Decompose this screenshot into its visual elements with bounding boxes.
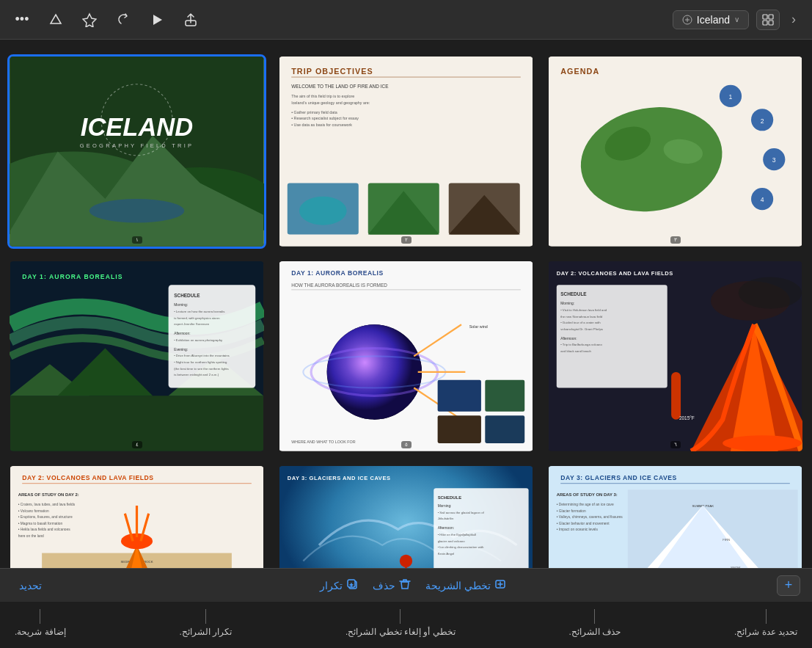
slides-grid: ICELAND GEOGRAPHY FIELD TRIP ١ TRIP OBJE… [0, 40, 812, 568]
svg-text:2: 2 [761, 117, 764, 125]
svg-text:3: 3 [772, 156, 776, 164]
shapes-icon [48, 12, 63, 27]
share-button[interactable] [180, 10, 201, 30]
annotation-skip: تخطي أو إلغاء تخطي الشرائح. [345, 609, 456, 637]
redo-button[interactable] [113, 10, 133, 30]
slide-wrapper-9[interactable]: DAY 3: GLACIERS AND ICE CAVES AREAS OF S… [546, 464, 805, 569]
slide-number-6: ٦ [670, 441, 681, 448]
svg-rect-4 [769, 15, 773, 19]
svg-text:• Visit to Holuhraun lava fiel: • Visit to Holuhraun lava field and [560, 308, 607, 312]
svg-rect-73 [485, 379, 524, 411]
svg-text:DAY 3: GLACIERS AND ICE CAVES: DAY 3: GLACIERS AND ICE CAVES [560, 474, 677, 481]
annotations-area: تحديد عدة شرائح. حذف الشرائح. تخطي أو إل… [0, 602, 812, 648]
duplicate-button[interactable]: تكرار [312, 575, 365, 596]
slide-card-3[interactable]: AGENDA 1 2 3 4 [546, 54, 805, 249]
slide-wrapper-8[interactable]: DAY 3: GLACIERS AND ICE CAVES SCHEDULE M… [277, 464, 535, 569]
svg-text:Evening:: Evening: [174, 348, 188, 352]
slide-wrapper-2[interactable]: TRIP OBJECTIVES WELCOME TO THE LAND OF F… [277, 54, 535, 249]
svg-text:• Trip to Barðarbunga volcano: • Trip to Barðarbunga volcano [560, 343, 602, 346]
slide-3-content: AGENDA 1 2 3 4 [548, 57, 802, 247]
nav-forward-button[interactable]: › [787, 9, 800, 30]
slide-card-4[interactable]: DAY 1: AURORA BOREALIS SCHEDULE Morning:… [7, 259, 266, 454]
slide-4-illustration: DAY 1: AURORA BOREALIS SCHEDULE Morning:… [10, 261, 264, 451]
delete-label: حذف [373, 580, 395, 591]
svg-text:• Craters, lava tubes, and lav: • Craters, lava tubes, and lava fields [18, 502, 76, 506]
more-icon: ••• [15, 12, 29, 27]
slide-4-content: DAY 1: AURORA BOREALIS SCHEDULE Morning:… [10, 261, 264, 451]
slide-card-5[interactable]: DAY 1: AURORA BOREALIS HOW THE AURORA BO… [277, 259, 535, 454]
add-icon: + [785, 578, 793, 593]
shapes-button[interactable] [45, 10, 66, 30]
presentation-name-button[interactable]: Iceland ∨ [673, 10, 749, 29]
add-slide-button[interactable]: + [777, 575, 800, 596]
svg-point-11 [89, 199, 184, 222]
svg-marker-0 [153, 15, 162, 25]
slide-number-1: ١ [132, 236, 142, 244]
annotation-select-text: تحديد عدة شرائح. [734, 627, 797, 637]
slide-wrapper-7[interactable]: DAY 2: VOLCANOES AND LAVA FIELDS AREAS O… [7, 464, 266, 569]
svg-text:• Research specialist subject : • Research specialist subject for essay [291, 116, 359, 120]
svg-text:• Magma to basalt formation: • Magma to basalt formation [18, 521, 63, 525]
svg-text:DAY 2: VOLCANOES AND LAVA FIEL: DAY 2: VOLCANOES AND LAVA FIELDS [22, 474, 153, 481]
pin-icon [82, 12, 97, 27]
svg-text:• Ice climbing demonstration w: • Ice climbing demonstration with [438, 545, 484, 549]
svg-text:Jökulsárlón: Jökulsárlón [438, 517, 454, 520]
svg-text:• Determining the age of an ic: • Determining the age of an ice cave [557, 502, 614, 506]
duplicate-label: تكرار [320, 580, 343, 591]
slide-9-content: DAY 3: GLACIERS AND ICE CAVES AREAS OF S… [548, 466, 802, 569]
skip-button[interactable]: تخطي الشريحة [418, 575, 513, 596]
slide-wrapper-4[interactable]: DAY 1: AURORA BOREALIS SCHEDULE Morning:… [7, 259, 266, 454]
svg-text:Afternoon:: Afternoon: [438, 526, 454, 530]
slide-card-7[interactable]: DAY 2: VOLCANOES AND LAVA FIELDS AREAS O… [7, 464, 266, 569]
svg-text:• Glacier formation: • Glacier formation [557, 509, 586, 512]
slide-card-6[interactable]: DAY 2: VOLCANOES AND LAVA FIELDS SCHEDUL… [546, 259, 805, 454]
trash-icon [399, 578, 411, 592]
svg-text:DAY 1: AURORA BOREALIS: DAY 1: AURORA BOREALIS [22, 272, 122, 280]
svg-text:ICELAND: ICELAND [81, 113, 193, 141]
more-options-button[interactable]: ••• [12, 10, 32, 30]
svg-point-27 [299, 197, 347, 225]
slide-number-5: ٥ [401, 441, 412, 448]
svg-text:glacier and volcano: glacier and volcano [438, 539, 466, 542]
svg-text:The aim of this field trip is : The aim of this field trip is to explore [291, 94, 354, 98]
main-toolbar: ••• [0, 0, 812, 40]
view-toggle-button[interactable] [756, 10, 780, 30]
svg-text:• Hekla lava fields and volcan: • Hekla lava fields and volcanoes [18, 528, 70, 531]
slide-card-1[interactable]: ICELAND GEOGRAPHY FIELD TRIP ١ [7, 54, 266, 249]
bottom-toolbar: تحديد تكرار حذف [0, 568, 812, 648]
slide-card-8[interactable]: DAY 3: GLACIERS AND ICE CAVES SCHEDULE M… [277, 464, 535, 569]
select-button[interactable]: تحديد [12, 576, 49, 595]
slide-wrapper-6[interactable]: DAY 2: VOLCANOES AND LAVA FIELDS SCHEDUL… [546, 259, 805, 454]
slide-card-9[interactable]: DAY 3: GLACIERS AND ICE CAVES AREAS OF S… [546, 464, 805, 569]
slide-wrapper-1[interactable]: ICELAND GEOGRAPHY FIELD TRIP ١ [7, 54, 266, 249]
svg-text:Kevin Angel: Kevin Angel [438, 551, 455, 555]
delete-button[interactable]: حذف [365, 575, 418, 596]
svg-text:volcanologist Dr. Grant Phelps: volcanologist Dr. Grant Phelps [560, 327, 603, 331]
svg-text:FIRN: FIRN [723, 538, 730, 542]
svg-text:the new Nornahraun lava field: the new Nornahraun lava field [560, 314, 603, 318]
slide-card-2[interactable]: TRIP OBJECTIVES WELCOME TO THE LAND OF F… [277, 54, 535, 249]
svg-text:Morning:: Morning: [560, 302, 574, 305]
slide-8-content: DAY 3: GLACIERS AND ICE CAVES SCHEDULE M… [279, 466, 533, 569]
svg-text:• Use data as basis for course: • Use data as basis for coursework [291, 123, 352, 127]
slide-1-content: ICELAND GEOGRAPHY FIELD TRIP [10, 57, 264, 247]
svg-point-67 [327, 324, 422, 419]
pin-button[interactable] [79, 10, 100, 30]
annotation-skip-text: تخطي أو إلغاء تخطي الشرائح. [345, 627, 456, 637]
svg-rect-3 [763, 15, 767, 19]
svg-text:• Guided tour of a crater with: • Guided tour of a crater with [560, 321, 601, 324]
select-label: تحديد [19, 580, 42, 591]
svg-text:DAY 2: VOLCANOES AND LAVA FIEL: DAY 2: VOLCANOES AND LAVA FIELDS [557, 270, 673, 277]
annotation-delete-text: حذف الشرائح. [569, 627, 621, 637]
slide-5-illustration: DAY 1: AURORA BOREALIS HOW THE AURORA BO… [279, 261, 533, 451]
slide-number-4: ٤ [132, 441, 142, 448]
slide-2-illustration: TRIP OBJECTIVES WELCOME TO THE LAND OF F… [279, 57, 533, 247]
slide-wrapper-5[interactable]: DAY 1: AURORA BOREALIS HOW THE AURORA BO… [277, 259, 535, 454]
play-button[interactable] [147, 10, 167, 30]
slide-wrapper-3[interactable]: AGENDA 1 2 3 4 [546, 54, 805, 249]
svg-text:Iceland's unique geology and g: Iceland's unique geology and geography a… [291, 101, 370, 105]
slide-2-content: TRIP OBJECTIVES WELCOME TO THE LAND OF F… [279, 57, 533, 247]
svg-text:• Eruptions, fissures, and str: • Eruptions, fissures, and structure [18, 515, 73, 519]
annotation-duplicate-text: تكرار الشرائح. [180, 627, 233, 637]
annotation-add-text: إضافة شريحة. [15, 627, 66, 637]
